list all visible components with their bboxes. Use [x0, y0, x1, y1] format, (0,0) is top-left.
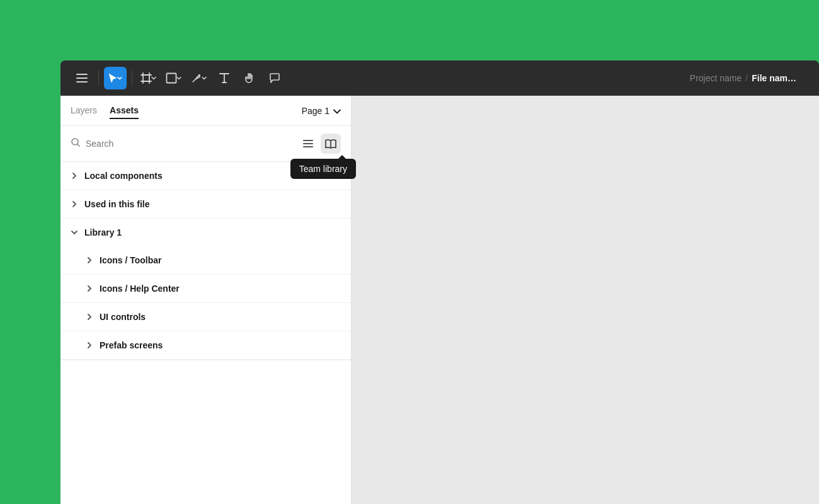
menu-icon: [76, 74, 88, 83]
svg-rect-0: [76, 74, 88, 75]
subsection-icons-toolbar: Icons / Toolbar: [60, 246, 351, 275]
search-input[interactable]: [86, 139, 293, 149]
svg-point-4: [198, 74, 200, 76]
chevron-right-icon-6: [86, 341, 93, 349]
panel-tabs: Layers Assets Page 1: [60, 96, 351, 126]
chevron-down-icon: [71, 230, 78, 235]
svg-rect-1: [76, 77, 88, 79]
page-dropdown-icon: [333, 106, 341, 116]
svg-rect-8: [303, 146, 313, 147]
team-library-tooltip: Team library: [290, 159, 356, 179]
subsection-ui-controls-header[interactable]: UI controls: [60, 303, 351, 331]
search-icon: [71, 137, 81, 150]
chevron-right-icon-5: [86, 313, 93, 321]
subsection-prefab-screens-header[interactable]: Prefab screens: [60, 331, 351, 359]
chevron-right-icon-4: [86, 285, 93, 292]
select-tool-button[interactable]: [104, 67, 127, 89]
main-content: Layers Assets Page 1: [60, 96, 819, 504]
frame-dropdown-icon: [151, 75, 157, 81]
search-bar: Team library: [60, 126, 351, 162]
used-in-file-label: Used in this file: [84, 199, 149, 209]
hand-tool-button[interactable]: [238, 67, 261, 89]
project-name: Project name: [690, 73, 742, 83]
book-icon: [324, 138, 337, 149]
comment-tool-icon: [269, 72, 280, 84]
toolbar-center: Project name / File nam…: [289, 73, 809, 83]
text-tool-icon: [219, 72, 229, 84]
svg-rect-7: [303, 143, 313, 144]
toolbar-left: [71, 67, 286, 89]
toolbar-separator-1: [98, 71, 99, 86]
library-button[interactable]: [321, 134, 341, 154]
shape-dropdown-icon: [176, 75, 182, 81]
toolbar-separator-2: [132, 71, 132, 86]
search-actions: [298, 134, 341, 154]
subsection-icons-help: Icons / Help Center: [60, 275, 351, 303]
list-view-button[interactable]: [298, 134, 318, 154]
list-view-icon: [302, 138, 314, 149]
section-used-in-file: Used in this file: [60, 190, 351, 219]
menu-button[interactable]: [71, 67, 93, 89]
shape-tool-button[interactable]: [163, 67, 185, 89]
text-tool-button[interactable]: [213, 67, 236, 89]
subsection-icons-toolbar-header[interactable]: Icons / Toolbar: [60, 246, 351, 274]
asset-list: Local components Used in this file: [60, 162, 351, 504]
toolbar: Project name / File nam…: [60, 60, 819, 96]
chevron-right-icon-3: [86, 256, 93, 264]
prefab-screens-label: Prefab screens: [100, 340, 163, 350]
section-library-1: Library 1 Icons / Toolbar: [60, 219, 351, 360]
library-1-label: Library 1: [84, 227, 122, 238]
ui-controls-label: UI controls: [100, 312, 146, 322]
hand-tool-icon: [244, 72, 255, 84]
frame-tool-button[interactable]: [137, 67, 160, 89]
svg-rect-6: [303, 140, 313, 141]
breadcrumb-separator: /: [745, 73, 748, 83]
file-name: File nam…: [752, 73, 796, 83]
svg-rect-2: [76, 81, 88, 83]
dropdown-arrow-icon: [117, 75, 123, 81]
icons-help-label: Icons / Help Center: [100, 284, 180, 294]
tab-assets[interactable]: Assets: [110, 103, 139, 119]
app-window: Project name / File nam… Layers Assets P…: [60, 60, 819, 504]
subsection-icons-help-header[interactable]: Icons / Help Center: [60, 275, 351, 302]
tab-layers[interactable]: Layers: [71, 103, 97, 119]
svg-rect-3: [167, 73, 176, 83]
page-selector[interactable]: Page 1: [302, 106, 341, 116]
icons-toolbar-label: Icons / Toolbar: [100, 255, 162, 265]
chevron-right-icon: [71, 172, 78, 180]
chevron-right-icon-2: [71, 200, 78, 208]
pen-tool-button[interactable]: [188, 67, 210, 89]
comment-tool-button[interactable]: [263, 67, 286, 89]
section-library-1-header[interactable]: Library 1: [60, 219, 351, 246]
subsection-prefab-screens: Prefab screens: [60, 331, 351, 360]
pen-dropdown-icon: [201, 75, 207, 81]
breadcrumb: Project name / File nam…: [690, 73, 796, 83]
canvas-area[interactable]: [352, 96, 819, 504]
subsection-ui-controls: UI controls: [60, 303, 351, 331]
local-components-label: Local components: [84, 171, 163, 181]
section-used-in-file-header[interactable]: Used in this file: [60, 190, 351, 218]
left-panel: Layers Assets Page 1: [60, 96, 352, 504]
